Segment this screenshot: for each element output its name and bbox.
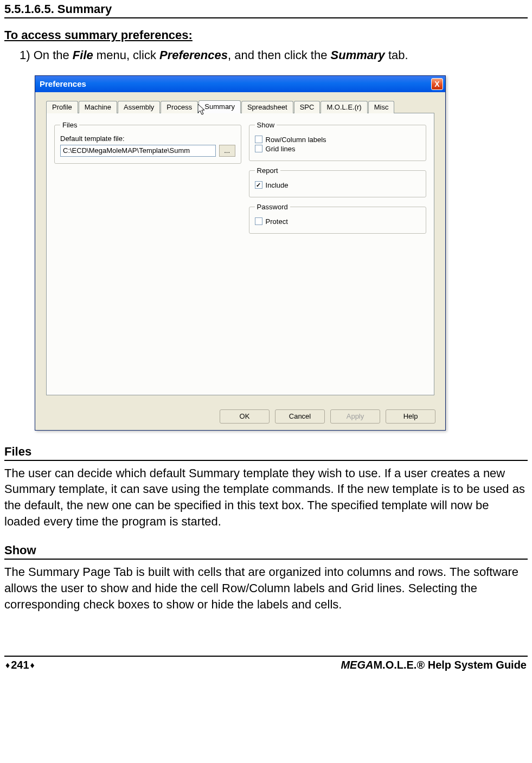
titlebar-text: Preferences <box>40 79 431 88</box>
preferences-dialog: Preferences X Profile Machine Assembly P… <box>35 75 446 431</box>
diamond-right-icon: ♦ <box>30 661 35 670</box>
browse-button[interactable]: ... <box>219 145 235 157</box>
password-legend: Password <box>255 203 290 211</box>
step-file: File <box>73 48 93 62</box>
apply-button[interactable]: Apply <box>330 409 380 424</box>
include-checkbox[interactable] <box>255 181 262 189</box>
step-summary: Summary <box>331 48 385 62</box>
access-heading: To access summary preferences: <box>4 28 528 42</box>
help-button[interactable]: Help <box>386 409 435 424</box>
tabstrip: Profile Machine Assembly Process Summary… <box>46 100 434 113</box>
titlebar: Preferences X <box>35 76 445 92</box>
dialog-button-row: OK Cancel Apply Help <box>35 404 445 430</box>
guide-name-italic: MEGA <box>341 659 373 671</box>
diamond-left-icon: ♦ <box>5 661 10 670</box>
ok-button[interactable]: OK <box>220 409 270 424</box>
files-heading: Files <box>4 445 528 461</box>
page-footer: ♦ 241 ♦ MEGAM.O.L.E.® Help System Guide <box>4 656 528 676</box>
show-heading: Show <box>4 543 528 560</box>
files-paragraph: The user can decide which default Summar… <box>4 465 528 530</box>
default-template-input[interactable]: C:\ECD\MegaMoleMAP\Template\Summ <box>60 145 216 157</box>
tab-spreadsheet[interactable]: Spreadsheet <box>241 101 293 113</box>
svg-marker-0 <box>198 104 204 114</box>
show-paragraph: The Summary Page Tab is built with cells… <box>4 564 528 612</box>
tab-machine[interactable]: Machine <box>79 101 117 113</box>
tab-misc[interactable]: Misc <box>368 101 395 113</box>
password-group: Password Protect <box>249 203 426 234</box>
files-legend: Files <box>60 121 79 129</box>
tab-spc[interactable]: SPC <box>294 101 321 113</box>
files-group: Files Default template file: C:\ECD\Mega… <box>54 121 241 164</box>
gridlines-label: Grid lines <box>266 145 296 153</box>
show-legend: Show <box>255 121 277 129</box>
guide-name-rest: M.O.L.E.® Help System Guide <box>373 659 527 671</box>
show-group: Show Row/Column labels Grid lines <box>249 121 426 161</box>
tab-profile[interactable]: Profile <box>46 101 78 113</box>
protect-label: Protect <box>266 217 288 226</box>
step-mid2: , and then click the <box>228 48 331 62</box>
close-icon: X <box>434 80 439 88</box>
cursor-icon <box>198 104 208 116</box>
right-column: Show Row/Column labels Grid lines <box>249 121 426 387</box>
step-prefs: Preferences <box>159 48 228 62</box>
tab-content: Files Default template file: C:\ECD\Mega… <box>46 113 434 395</box>
section-heading: 5.5.1.6.5. Summary <box>4 2 528 18</box>
report-group: Report Include <box>249 166 426 197</box>
report-legend: Report <box>255 166 280 175</box>
rowcol-label: Row/Column labels <box>266 136 326 144</box>
page-number: 241 <box>11 659 29 671</box>
left-column: Files Default template file: C:\ECD\Mega… <box>54 121 241 387</box>
step-prefix: 1) On the <box>20 48 73 62</box>
tab-summary[interactable]: Summary <box>198 100 241 113</box>
default-template-label: Default template file: <box>60 134 235 143</box>
tab-process[interactable]: Process <box>161 101 198 113</box>
footer-right: MEGAM.O.L.E.® Help System Guide <box>341 659 527 671</box>
include-label: Include <box>266 181 289 189</box>
gridlines-checkbox[interactable] <box>255 145 262 152</box>
step-1: 1) On the File menu, click Preferences, … <box>4 48 528 63</box>
step-suffix: tab. <box>385 48 408 62</box>
close-button[interactable]: X <box>431 78 443 90</box>
step-mid1: menu, click <box>93 48 159 62</box>
tab-mole[interactable]: M.O.L.E.(r) <box>321 101 367 113</box>
rowcol-checkbox[interactable] <box>255 136 262 143</box>
footer-left: ♦ 241 ♦ <box>5 659 35 671</box>
protect-checkbox[interactable] <box>255 217 262 225</box>
tab-summary-label: Summary <box>204 102 235 111</box>
cancel-button[interactable]: Cancel <box>275 409 325 424</box>
dialog-body: Profile Machine Assembly Process Summary… <box>35 92 445 404</box>
tab-assembly[interactable]: Assembly <box>118 101 160 113</box>
